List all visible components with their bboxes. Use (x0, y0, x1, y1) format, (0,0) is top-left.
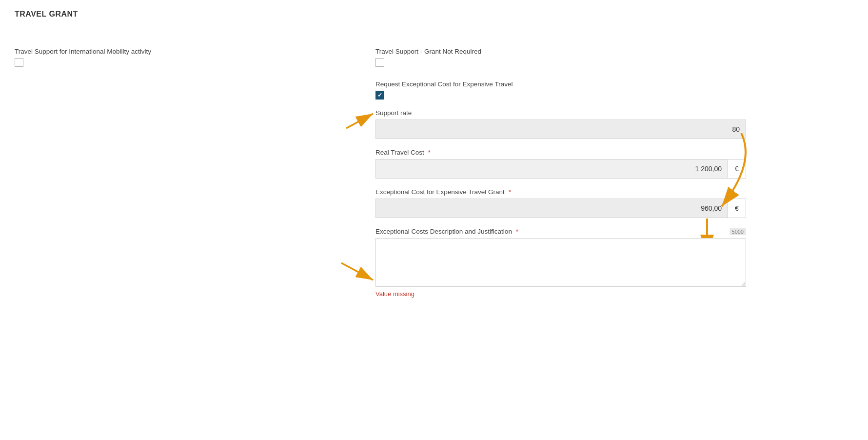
grant-not-required-group: Travel Support - Grant Not Required (375, 48, 746, 67)
char-count: 5000 (730, 228, 746, 235)
exceptional-cost-grant-input[interactable] (375, 199, 728, 218)
support-rate-label: Support rate (375, 109, 746, 117)
description-textarea-wrapper: 5000 (375, 238, 746, 288)
exceptional-cost-checkbox[interactable] (375, 91, 384, 100)
support-rate-group: Support rate (375, 109, 746, 139)
exceptional-cost-group: Request Exceptional Cost for Expensive T… (375, 80, 746, 100)
real-travel-cost-currency: € (728, 159, 746, 179)
left-column: Travel Support for International Mobilit… (15, 48, 356, 307)
grant-not-required-label: Travel Support - Grant Not Required (375, 48, 746, 55)
page-container: TRAVEL GRANT Travel Support for Internat… (0, 0, 868, 440)
travel-support-group: Travel Support for International Mobilit… (15, 48, 356, 67)
description-label: Exceptional Costs Description and Justif… (375, 228, 746, 235)
value-missing-text: Value missing (375, 290, 746, 298)
real-travel-cost-input-wrapper: € (375, 159, 746, 179)
right-column: Travel Support - Grant Not Required Requ… (375, 48, 746, 307)
exceptional-cost-grant-input-wrapper: € (375, 199, 746, 218)
description-textarea[interactable] (375, 238, 746, 287)
exceptional-cost-grant-currency: € (728, 199, 746, 218)
exceptional-cost-checkbox-wrapper (375, 91, 746, 100)
required-marker-2: * (509, 188, 511, 196)
travel-support-checkbox-wrapper (15, 58, 356, 67)
travel-support-label: Travel Support for International Mobilit… (15, 48, 356, 55)
right-column-inner: Travel Support - Grant Not Required Requ… (375, 48, 746, 298)
grant-not-required-checkbox[interactable] (375, 58, 384, 67)
exceptional-cost-grant-group: Exceptional Cost for Expensive Travel Gr… (375, 188, 746, 218)
description-group: Exceptional Costs Description and Justif… (375, 228, 746, 298)
real-travel-cost-label: Real Travel Cost * (375, 149, 746, 156)
exceptional-cost-grant-label: Exceptional Cost for Expensive Travel Gr… (375, 188, 746, 196)
real-travel-cost-input[interactable] (375, 159, 728, 179)
page-title: TRAVEL GRANT (15, 10, 853, 19)
support-rate-input[interactable] (375, 120, 746, 139)
required-marker-3: * (516, 228, 518, 235)
travel-support-checkbox[interactable] (15, 58, 23, 67)
real-travel-cost-group: Real Travel Cost * € (375, 149, 746, 179)
exceptional-cost-label: Request Exceptional Cost for Expensive T… (375, 80, 746, 88)
form-layout: Travel Support for International Mobilit… (15, 43, 853, 307)
required-marker: * (428, 149, 431, 156)
grant-not-required-checkbox-wrapper (375, 58, 746, 67)
